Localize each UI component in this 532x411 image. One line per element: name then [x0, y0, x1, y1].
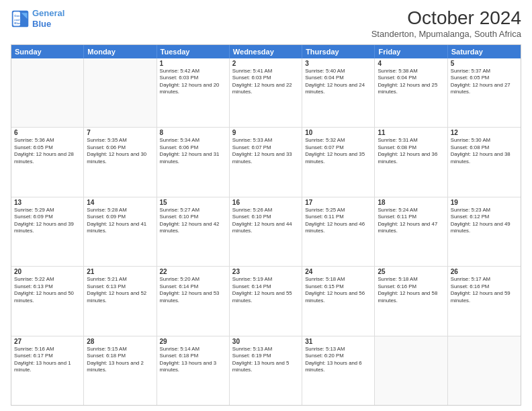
day-details: Sunrise: 5:31 AM Sunset: 6:08 PM Dayligh… — [378, 137, 444, 165]
empty-cell — [448, 336, 521, 405]
day-number: 15 — [160, 199, 226, 206]
day-details: Sunrise: 5:29 AM Sunset: 6:09 PM Dayligh… — [14, 207, 81, 235]
day-details: Sunrise: 5:28 AM Sunset: 6:09 PM Dayligh… — [87, 207, 153, 235]
day-details: Sunrise: 5:35 AM Sunset: 6:06 PM Dayligh… — [87, 137, 153, 165]
day-number: 24 — [305, 268, 371, 275]
day-number: 25 — [378, 268, 444, 275]
day-number: 10 — [305, 129, 371, 136]
day-number: 14 — [87, 199, 153, 206]
header-day-wednesday: Wednesday — [230, 45, 302, 58]
header-day-thursday: Thursday — [302, 45, 375, 58]
day-details: Sunrise: 5:42 AM Sunset: 6:03 PM Dayligh… — [160, 68, 226, 96]
day-cell-30: 30Sunrise: 5:13 AM Sunset: 6:19 PM Dayli… — [230, 336, 302, 405]
title-block: October 2024 Standerton, Mpumalanga, Sou… — [371, 8, 521, 39]
week-row-3: 13Sunrise: 5:29 AM Sunset: 6:09 PM Dayli… — [11, 197, 521, 266]
day-number: 29 — [160, 338, 226, 345]
day-details: Sunrise: 5:15 AM Sunset: 6:18 PM Dayligh… — [87, 346, 153, 374]
day-details: Sunrise: 5:36 AM Sunset: 6:05 PM Dayligh… — [14, 137, 81, 165]
day-cell-5: 5Sunrise: 5:37 AM Sunset: 6:05 PM Daylig… — [448, 58, 521, 127]
main-title: October 2024 — [371, 8, 521, 29]
day-details: Sunrise: 5:41 AM Sunset: 6:03 PM Dayligh… — [232, 68, 299, 96]
day-cell-26: 26Sunrise: 5:17 AM Sunset: 6:16 PM Dayli… — [448, 267, 521, 335]
week-row-2: 6Sunrise: 5:36 AM Sunset: 6:05 PM Daylig… — [11, 127, 521, 196]
day-number: 23 — [232, 268, 299, 275]
header-day-friday: Friday — [375, 45, 447, 58]
day-number: 17 — [305, 199, 371, 206]
day-cell-2: 2Sunrise: 5:41 AM Sunset: 6:03 PM Daylig… — [230, 58, 302, 127]
day-number: 22 — [160, 268, 226, 275]
day-cell-11: 11Sunrise: 5:31 AM Sunset: 6:08 PM Dayli… — [375, 128, 447, 196]
day-number: 6 — [14, 129, 81, 136]
day-cell-24: 24Sunrise: 5:18 AM Sunset: 6:15 PM Dayli… — [302, 267, 375, 335]
day-cell-6: 6Sunrise: 5:36 AM Sunset: 6:05 PM Daylig… — [11, 128, 84, 196]
week-row-5: 27Sunrise: 5:16 AM Sunset: 6:17 PM Dayli… — [11, 336, 521, 405]
day-number: 7 — [87, 129, 153, 136]
header: Gen eral Blue General Blue October 2024 … — [11, 8, 521, 39]
day-details: Sunrise: 5:14 AM Sunset: 6:18 PM Dayligh… — [160, 346, 226, 374]
logo-icon: Gen eral Blue — [11, 9, 30, 28]
day-number: 28 — [87, 338, 153, 345]
day-details: Sunrise: 5:40 AM Sunset: 6:04 PM Dayligh… — [305, 68, 371, 96]
week-row-4: 20Sunrise: 5:22 AM Sunset: 6:13 PM Dayli… — [11, 266, 521, 335]
day-cell-14: 14Sunrise: 5:28 AM Sunset: 6:09 PM Dayli… — [84, 197, 157, 266]
day-details: Sunrise: 5:37 AM Sunset: 6:05 PM Dayligh… — [451, 68, 518, 96]
svg-text:Blue: Blue — [14, 21, 21, 24]
day-number: 20 — [14, 268, 81, 275]
day-number: 30 — [232, 338, 299, 345]
day-details: Sunrise: 5:25 AM Sunset: 6:11 PM Dayligh… — [305, 207, 371, 235]
subtitle: Standerton, Mpumalanga, South Africa — [371, 29, 521, 39]
day-cell-16: 16Sunrise: 5:26 AM Sunset: 6:10 PM Dayli… — [230, 197, 302, 266]
day-details: Sunrise: 5:32 AM Sunset: 6:07 PM Dayligh… — [305, 137, 371, 165]
day-details: Sunrise: 5:22 AM Sunset: 6:13 PM Dayligh… — [14, 276, 81, 304]
day-number: 8 — [160, 129, 226, 136]
day-cell-31: 31Sunrise: 5:13 AM Sunset: 6:20 PM Dayli… — [302, 336, 375, 405]
day-cell-25: 25Sunrise: 5:18 AM Sunset: 6:16 PM Dayli… — [375, 267, 447, 335]
day-cell-18: 18Sunrise: 5:24 AM Sunset: 6:11 PM Dayli… — [375, 197, 447, 266]
day-cell-10: 10Sunrise: 5:32 AM Sunset: 6:07 PM Dayli… — [302, 128, 375, 196]
day-details: Sunrise: 5:20 AM Sunset: 6:14 PM Dayligh… — [160, 276, 226, 304]
day-details: Sunrise: 5:13 AM Sunset: 6:19 PM Dayligh… — [232, 346, 299, 374]
day-cell-20: 20Sunrise: 5:22 AM Sunset: 6:13 PM Dayli… — [11, 267, 84, 335]
calendar-header: SundayMondayTuesdayWednesdayThursdayFrid… — [11, 45, 521, 58]
day-details: Sunrise: 5:16 AM Sunset: 6:17 PM Dayligh… — [14, 346, 81, 374]
day-number: 11 — [378, 129, 444, 136]
day-cell-22: 22Sunrise: 5:20 AM Sunset: 6:14 PM Dayli… — [157, 267, 230, 335]
day-cell-9: 9Sunrise: 5:33 AM Sunset: 6:07 PM Daylig… — [230, 128, 302, 196]
empty-cell — [11, 58, 84, 127]
svg-text:Gen: Gen — [14, 14, 20, 17]
day-cell-27: 27Sunrise: 5:16 AM Sunset: 6:17 PM Dayli… — [11, 336, 84, 405]
day-cell-19: 19Sunrise: 5:23 AM Sunset: 6:12 PM Dayli… — [448, 197, 521, 266]
day-cell-8: 8Sunrise: 5:34 AM Sunset: 6:06 PM Daylig… — [157, 128, 230, 196]
day-number: 9 — [232, 129, 299, 136]
day-number: 26 — [451, 268, 518, 275]
day-cell-29: 29Sunrise: 5:14 AM Sunset: 6:18 PM Dayli… — [157, 336, 230, 405]
day-cell-4: 4Sunrise: 5:38 AM Sunset: 6:04 PM Daylig… — [375, 58, 447, 127]
header-day-saturday: Saturday — [448, 45, 521, 58]
day-cell-7: 7Sunrise: 5:35 AM Sunset: 6:06 PM Daylig… — [84, 128, 157, 196]
day-cell-13: 13Sunrise: 5:29 AM Sunset: 6:09 PM Dayli… — [11, 197, 84, 266]
day-number: 1 — [160, 60, 226, 67]
day-number: 16 — [232, 199, 299, 206]
day-details: Sunrise: 5:30 AM Sunset: 6:08 PM Dayligh… — [451, 137, 518, 165]
day-details: Sunrise: 5:24 AM Sunset: 6:11 PM Dayligh… — [378, 207, 444, 235]
calendar-body: 1Sunrise: 5:42 AM Sunset: 6:03 PM Daylig… — [11, 58, 521, 405]
empty-cell — [84, 58, 157, 127]
calendar: SundayMondayTuesdayWednesdayThursdayFrid… — [11, 44, 521, 406]
day-details: Sunrise: 5:18 AM Sunset: 6:15 PM Dayligh… — [305, 276, 371, 304]
header-day-sunday: Sunday — [11, 45, 84, 58]
day-cell-21: 21Sunrise: 5:21 AM Sunset: 6:13 PM Dayli… — [84, 267, 157, 335]
logo: Gen eral Blue General Blue — [11, 8, 64, 29]
day-details: Sunrise: 5:26 AM Sunset: 6:10 PM Dayligh… — [232, 207, 299, 235]
logo-line2: Blue — [32, 19, 51, 29]
svg-text:eral: eral — [14, 17, 19, 21]
day-number: 2 — [232, 60, 299, 67]
day-details: Sunrise: 5:17 AM Sunset: 6:16 PM Dayligh… — [451, 276, 518, 304]
day-number: 12 — [451, 129, 518, 136]
day-cell-17: 17Sunrise: 5:25 AM Sunset: 6:11 PM Dayli… — [302, 197, 375, 266]
day-details: Sunrise: 5:23 AM Sunset: 6:12 PM Dayligh… — [451, 207, 518, 235]
empty-cell — [375, 336, 447, 405]
day-details: Sunrise: 5:18 AM Sunset: 6:16 PM Dayligh… — [378, 276, 444, 304]
day-number: 19 — [451, 199, 518, 206]
day-number: 4 — [378, 60, 444, 67]
day-number: 5 — [451, 60, 518, 67]
